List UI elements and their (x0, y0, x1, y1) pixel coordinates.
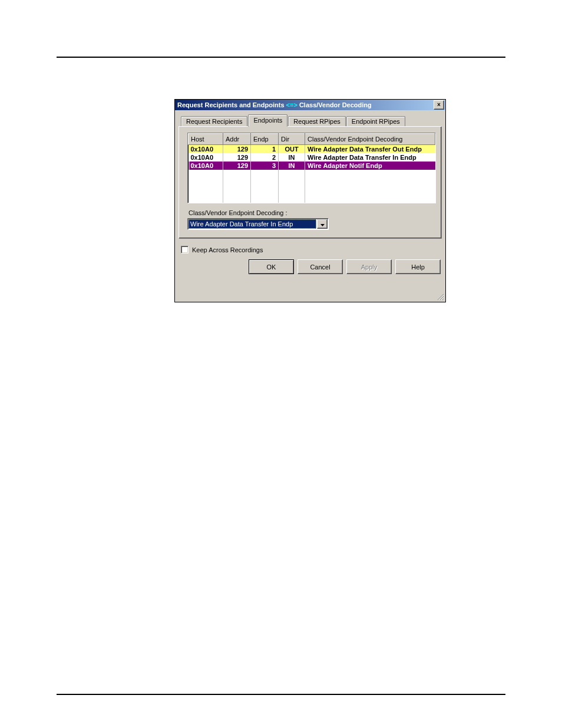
dialog-client: Request Recipients Endpoints Request RPi… (175, 110, 445, 302)
page-divider-bottom (57, 694, 505, 695)
dialog-window: Request Recipients and Endpoints <=> Cla… (174, 99, 446, 302)
tabstrip: Request Recipients Endpoints Request RPi… (181, 114, 442, 126)
resize-grip[interactable] (437, 293, 444, 301)
title-post: Class/Vendor Decoding (297, 101, 372, 108)
decoding-combo-arrow[interactable] (317, 219, 328, 229)
keep-across-recordings-row: Keep Across Recordings (181, 246, 442, 253)
table-row[interactable] (189, 186, 435, 195)
tab-endpoints[interactable]: Endpoints (248, 114, 287, 127)
endpoint-table[interactable]: Host Addr Endp Dir Class/Vendor Endpoint… (187, 133, 436, 203)
tab-panel: Host Addr Endp Dir Class/Vendor Endpoint… (178, 126, 442, 239)
table-row[interactable]: 0x10A0 129 1 OUT Wire Adapter Data Trans… (189, 145, 435, 154)
close-icon: × (437, 102, 441, 108)
ok-button[interactable]: OK (249, 259, 294, 274)
close-button[interactable]: × (434, 100, 444, 110)
tab-label: Endpoint RPipes (352, 118, 400, 125)
table-row[interactable]: 0x10A0 129 2 IN Wire Adapter Data Transf… (189, 153, 435, 162)
dialog-buttons: OK Cancel Apply Help (178, 259, 442, 274)
decoding-combo-value: Wire Adapter Data Transfer In Endp (189, 219, 316, 229)
cancel-button[interactable]: Cancel (297, 259, 343, 274)
tab-request-recipients[interactable]: Request Recipients (181, 116, 247, 127)
tab-label: Endpoints (253, 117, 282, 124)
table-row[interactable] (189, 178, 435, 186)
title-pre: Request Recipients and Endpoints (177, 101, 286, 108)
table-row[interactable] (189, 170, 435, 178)
table-header-row: Host Addr Endp Dir Class/Vendor Endpoint… (189, 134, 435, 145)
table-body: 0x10A0 129 1 OUT Wire Adapter Data Trans… (189, 145, 435, 203)
col-addr[interactable]: Addr (223, 134, 251, 145)
col-dir[interactable]: Dir (279, 134, 305, 145)
table-row[interactable] (189, 195, 435, 203)
col-endp[interactable]: Endp (251, 134, 279, 145)
page-divider-top (57, 57, 505, 58)
keep-across-recordings-label: Keep Across Recordings (192, 246, 263, 253)
apply-button: Apply (346, 259, 392, 274)
titlebar[interactable]: Request Recipients and Endpoints <=> Cla… (175, 100, 445, 110)
window-title: Request Recipients and Endpoints <=> Cla… (177, 101, 372, 108)
help-button[interactable]: Help (395, 259, 441, 274)
tab-label: Request Recipients (186, 118, 242, 125)
tab-endpoint-rpipes[interactable]: Endpoint RPipes (346, 116, 405, 127)
svg-line-5 (443, 299, 444, 300)
chevron-down-icon (320, 220, 325, 228)
tab-request-rpipes[interactable]: Request RPipes (288, 116, 346, 127)
keep-across-recordings-checkbox[interactable] (181, 246, 189, 253)
resize-grip-icon (437, 293, 444, 301)
decoding-label: Class/Vendor Endpoint Decoding : (189, 209, 433, 216)
decoding-combo[interactable]: Wire Adapter Data Transfer In Endp (187, 218, 329, 230)
col-dec[interactable]: Class/Vendor Endpoint Decoding (305, 134, 435, 145)
title-mid: <=> (286, 101, 297, 108)
col-host[interactable]: Host (189, 134, 223, 145)
tab-label: Request RPipes (293, 118, 340, 125)
table-row[interactable]: 0x10A0 129 3 IN Wire Adapter Notif Endp (189, 162, 435, 170)
